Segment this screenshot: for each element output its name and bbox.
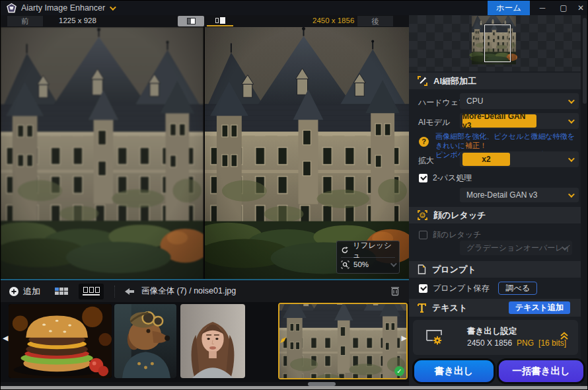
checkbox-checked-icon[interactable] [419, 284, 427, 293]
titlebar: Aiarty Image Enhancer ホーム ─ ▢ ✕ [1, 1, 588, 15]
magnifier-icon [341, 260, 349, 269]
home-button[interactable]: ホーム [488, 1, 530, 15]
check-button[interactable]: 調べる [498, 282, 537, 295]
chevron-down-icon [568, 191, 575, 198]
filmstrip-view-button[interactable] [79, 284, 104, 299]
batch-export-button[interactable]: 一括書き出し [497, 358, 585, 384]
viewer-controls: リフレッシュ 50% [336, 241, 400, 274]
after-size: 2450 x 1856 [312, 17, 354, 24]
section-title: プロンプト [432, 264, 476, 276]
refresh-control[interactable]: リフレッシュ [341, 243, 395, 257]
two-pass-model-value: More-Detail GAN v3 [466, 190, 537, 200]
scroll-left-icon[interactable]: ◀ [3, 334, 8, 342]
bottom-scrollbar-track[interactable] [1, 386, 588, 390]
minimap-viewport[interactable] [484, 24, 511, 62]
export-settings-icon [425, 329, 445, 346]
ai-model-label: AIモデル [418, 117, 450, 128]
ai-model-value: More-Detail GAN v3 [462, 114, 536, 128]
zoom-level: 50% [353, 260, 369, 268]
checkbox-checked-icon[interactable] [419, 174, 427, 182]
chevron-down-icon [568, 117, 575, 124]
face-retouch-checkbox-row[interactable]: 顔のレタッチ [419, 229, 481, 241]
before-size: 1225 x 928 [59, 17, 96, 24]
navigator-minimap[interactable] [409, 15, 581, 71]
export-settings-detail: 2450 X 1856 PNG [16 bits] [467, 338, 566, 348]
two-pass-label: 2-パス処理 [433, 173, 472, 184]
toolbar-separator [114, 286, 115, 297]
trash-icon[interactable] [390, 286, 400, 296]
enhance-icon [418, 76, 427, 86]
section-face-retouch: 顔のレタッチ [409, 207, 581, 223]
collapse-double-chevron-icon[interactable] [560, 331, 569, 340]
chevron-down-icon [568, 97, 575, 104]
hardware-value: CPU [466, 97, 483, 106]
add-image-button[interactable]: 追加 [9, 286, 40, 297]
help-icon[interactable]: ? [419, 137, 429, 147]
compare-header: 前 1225 x 928 2450 x 1856 後 [1, 15, 409, 27]
section-ai-detail: AI細部加工 [409, 73, 581, 89]
refresh-icon [341, 246, 349, 254]
chevron-down-icon [568, 155, 575, 162]
scale-dropdown[interactable]: x2 [460, 151, 579, 167]
thumbnail-dog[interactable] [114, 304, 176, 378]
thumbnail-castle-selected[interactable]: ✓ [278, 303, 408, 379]
section-prompt: プロンプト [409, 261, 581, 278]
section-title: 顔のレタッチ [433, 210, 486, 221]
app-window: Aiarty Image Enhancer ホーム ─ ▢ ✕ 前 1225 x… [0, 0, 588, 390]
split-view-icon [187, 18, 196, 24]
thumbnail-burger[interactable] [9, 304, 112, 378]
refresh-label: リフレッシュ [353, 241, 395, 260]
scroll-right-icon[interactable]: ▶ [402, 334, 407, 342]
filmstrip-toolbar: 追加 画像全体 (7) / noise01.jpg [1, 280, 409, 302]
face-retouch-label: 顔のレタッチ [433, 229, 481, 241]
ai-model-dropdown[interactable]: More-Detail GAN v3 [460, 113, 579, 129]
face-style-dropdown-disabled: グラデーションオーバーレイ [460, 241, 572, 255]
image-viewer[interactable]: リフレッシュ 50% [1, 27, 409, 279]
app-logo-icon [6, 3, 17, 14]
prompt-save-label: プロンプト保存 [433, 283, 489, 294]
maximize-button[interactable]: ▢ [556, 1, 571, 15]
close-button[interactable]: ✕ [573, 1, 588, 15]
sidebar: AI細部加工 ハードウェア CPU AIモデル More-Detail GAN … [409, 15, 588, 390]
filmstrip: ◀ ✓ ▶ [1, 302, 409, 382]
export-format: PNG [517, 338, 534, 348]
hardware-dropdown[interactable]: CPU [460, 93, 579, 109]
section-title: AI細部加工 [433, 75, 476, 87]
document-icon [418, 264, 426, 274]
app-title: Aiarty Image Enhancer [21, 3, 105, 13]
zoom-chevron-down-icon[interactable] [390, 260, 397, 267]
scale-value: x2 [462, 153, 510, 166]
before-tab: 前 [7, 16, 43, 26]
grid-view-button[interactable] [55, 288, 68, 295]
model-description: ? 画像細部を強化、ピクセルと微細な特徴をきれいに補正！ピンボケ自動補正＋ノイズ… [409, 132, 581, 153]
minimize-button[interactable]: ─ [534, 1, 550, 15]
face-icon [418, 210, 427, 220]
after-tab: 後 [357, 16, 393, 26]
title-chevron-down-icon[interactable] [110, 4, 116, 11]
side-by-side-toggle[interactable] [207, 16, 233, 26]
plus-circle-icon [9, 286, 19, 297]
export-settings-title: 書き出し設定 [467, 326, 517, 337]
section-text: テキスト テキスト追加 [409, 299, 581, 317]
before-image-pane[interactable] [1, 27, 203, 279]
face-style-value: グラデーションオーバーレイ [466, 243, 571, 254]
thumbnail-portrait[interactable] [180, 304, 245, 378]
two-pass-model-dropdown[interactable]: More-Detail GAN v3 [460, 188, 579, 202]
split-view-toggle[interactable] [178, 16, 204, 26]
scale-label: 拡大 [418, 155, 434, 167]
add-text-button[interactable]: テキスト追加 [509, 301, 570, 314]
export-button[interactable]: 書き出し [412, 358, 496, 384]
add-label: 追加 [23, 286, 40, 297]
breadcrumb: 画像全体 (7) / noise01.jpg [141, 286, 236, 297]
export-settings-card[interactable]: 書き出し設定 2450 X 1856 PNG [16 bits] [413, 320, 578, 355]
sidebar-scrollbar[interactable] [581, 15, 588, 390]
prompt-save-row: プロンプト保存 調べる [419, 282, 537, 295]
selected-check-icon: ✓ [394, 366, 404, 376]
back-arrow-icon[interactable] [124, 287, 135, 296]
text-icon [418, 303, 426, 313]
export-size: 2450 X 1856 [467, 338, 512, 348]
side-by-side-icon [215, 17, 225, 24]
checkbox-unchecked-icon[interactable] [419, 231, 427, 239]
section-title: テキスト [432, 302, 467, 314]
two-pass-checkbox-row[interactable]: 2-パス処理 [419, 173, 472, 184]
